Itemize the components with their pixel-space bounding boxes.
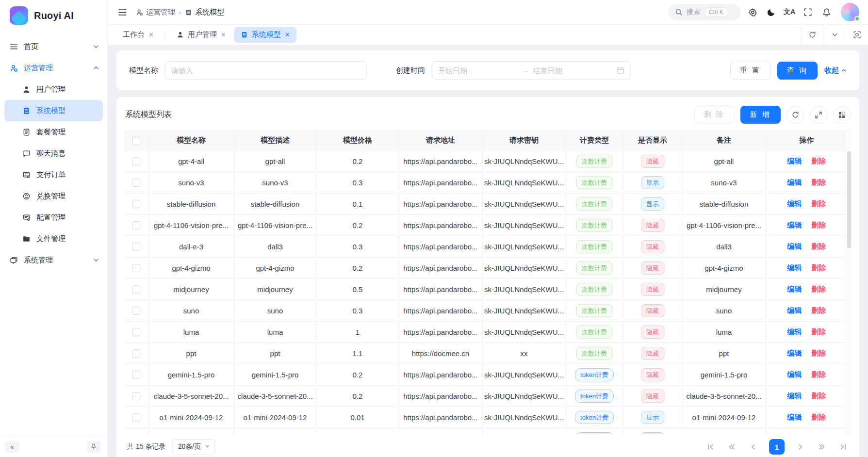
notification-bell-icon[interactable] — [819, 5, 833, 19]
date-range-picker[interactable]: → — [432, 61, 631, 80]
row-checkbox[interactable] — [132, 221, 140, 229]
pg-next5-button[interactable] — [817, 441, 827, 452]
delete-link[interactable]: 删除 — [811, 221, 826, 229]
delete-link[interactable]: 删除 — [811, 370, 826, 378]
tab-more-button[interactable] — [823, 25, 846, 45]
tab-用户管理[interactable]: 用户管理✕ — [170, 27, 232, 43]
delete-link[interactable]: 删除 — [811, 178, 826, 186]
tab-close-icon[interactable]: ✕ — [148, 31, 154, 38]
fullscreen-icon[interactable] — [801, 5, 815, 19]
row-checkbox[interactable] — [132, 328, 140, 336]
tab-refresh-button[interactable] — [801, 25, 823, 45]
sidebar-item-兑换管理[interactable]: 兑换管理 — [0, 185, 107, 207]
row-checkbox[interactable] — [132, 307, 140, 315]
query-button[interactable]: 查 询 — [777, 62, 818, 80]
delete-link[interactable]: 删除 — [811, 242, 826, 250]
table-fullscreen-button[interactable] — [810, 106, 827, 124]
collapse-filter-link[interactable]: 收起 — [824, 66, 847, 75]
row-checkbox[interactable] — [132, 200, 140, 208]
tab-系统模型[interactable]: 系统模型✕ — [234, 27, 296, 43]
sidebar-item-运营管理[interactable]: 运营管理 — [0, 57, 107, 79]
cell-request-url: https://api.pandarobo... — [399, 278, 482, 300]
row-checkbox[interactable] — [132, 349, 140, 358]
start-date-input[interactable] — [438, 66, 517, 75]
sidebar-item-系统管理[interactable]: 系统管理 — [0, 249, 107, 271]
pg-next-button[interactable] — [795, 441, 806, 452]
sidebar-collapse-button[interactable]: « — [5, 441, 19, 453]
reset-button[interactable]: 重 置 — [730, 62, 770, 80]
row-checkbox[interactable] — [132, 392, 140, 400]
select-all-checkbox[interactable] — [132, 137, 140, 145]
row-checkbox[interactable] — [132, 264, 140, 272]
table-scrollbar[interactable] — [846, 131, 852, 434]
row-checkbox[interactable] — [132, 157, 140, 165]
edit-link[interactable]: 编辑 — [787, 178, 802, 186]
row-checkbox[interactable] — [132, 179, 140, 187]
sidebar-item-聊天消息[interactable]: 聊天消息 — [0, 143, 107, 164]
row-checkbox[interactable] — [132, 371, 140, 379]
pg-last-button[interactable] — [838, 441, 849, 452]
delete-link[interactable]: 删除 — [811, 327, 826, 336]
model-name-input[interactable] — [165, 61, 367, 80]
add-button[interactable]: 新 增 — [740, 106, 781, 124]
delete-link[interactable]: 删除 — [811, 263, 826, 272]
delete-link[interactable]: 删除 — [811, 349, 826, 357]
cell-request-url: https://api.pandarobo... — [399, 385, 482, 407]
sidebar-item-支付订单[interactable]: 支付订单 — [0, 164, 107, 185]
row-checkbox[interactable] — [132, 243, 140, 251]
user-avatar[interactable] — [841, 3, 859, 21]
edit-link[interactable]: 编辑 — [787, 306, 802, 314]
translate-icon[interactable]: 文A — [783, 5, 796, 19]
end-date-input[interactable] — [533, 66, 612, 75]
sidebar-item-用户管理[interactable]: 用户管理 — [0, 79, 107, 100]
edit-link[interactable]: 编辑 — [787, 263, 802, 272]
current-page-button[interactable]: 1 — [769, 439, 785, 455]
delete-link[interactable]: 删除 — [811, 413, 826, 421]
delete-link[interactable]: 删除 — [811, 157, 826, 165]
sidebar-item-配置管理[interactable]: 配置管理 — [0, 207, 107, 228]
edit-link[interactable]: 编辑 — [787, 285, 802, 293]
row-checkbox[interactable] — [132, 413, 140, 422]
edit-link[interactable]: 编辑 — [787, 157, 802, 165]
edit-link[interactable]: 编辑 — [787, 242, 802, 250]
pg-first-button[interactable] — [705, 441, 716, 452]
global-search[interactable]: 搜索 Ctrl K — [668, 4, 741, 20]
settings-gear-icon[interactable] — [746, 5, 759, 19]
pg-prev5-button[interactable] — [726, 441, 737, 452]
edit-link[interactable]: 编辑 — [787, 370, 802, 378]
billing-type-badge: token计费 — [575, 432, 614, 435]
delete-link[interactable]: 删除 — [811, 199, 826, 208]
page-size-select[interactable]: 20条/页 — [172, 439, 215, 455]
menu-fold-icon[interactable] — [115, 5, 129, 19]
edit-link[interactable]: 编辑 — [787, 199, 802, 208]
content-fullscreen-button[interactable] — [846, 25, 868, 45]
visibility-badge: 隐藏 — [641, 261, 664, 275]
table-refresh-button[interactable] — [786, 106, 804, 124]
breadcrumb-item-系统模型[interactable]: 系统模型 — [185, 8, 224, 17]
sidebar-item-首页[interactable]: 首页 — [0, 36, 107, 57]
sidebar-pin-button[interactable] — [87, 441, 100, 453]
edit-link[interactable]: 编辑 — [787, 392, 802, 400]
scrollbar-thumb[interactable] — [847, 151, 851, 248]
pg-prev-button[interactable] — [748, 441, 758, 452]
delete-link[interactable]: 删除 — [811, 285, 826, 293]
edit-link[interactable]: 编辑 — [787, 327, 802, 336]
table-row: suno suno 0.3 https://api.pandarobo... s… — [124, 300, 847, 321]
tab-close-icon[interactable]: ✕ — [285, 31, 290, 38]
delete-link[interactable]: 删除 — [811, 392, 826, 400]
app-logo[interactable]: Ruoyi AI — [0, 0, 107, 31]
tab-工作台[interactable]: 工作台✕ — [116, 27, 160, 43]
edit-link[interactable]: 编辑 — [787, 349, 802, 357]
edit-link[interactable]: 编辑 — [787, 221, 802, 229]
row-checkbox[interactable] — [132, 285, 140, 294]
breadcrumb-item-运营管理[interactable]: 运营管理 — [136, 8, 175, 17]
dark-mode-moon-icon[interactable] — [764, 5, 778, 19]
sidebar-item-文件管理[interactable]: 文件管理 — [0, 228, 107, 249]
delete-link[interactable]: 删除 — [811, 306, 826, 314]
delete-button[interactable]: 删 除 — [694, 106, 735, 124]
edit-link[interactable]: 编辑 — [787, 413, 802, 421]
sidebar-item-套餐管理[interactable]: 套餐管理 — [0, 121, 107, 143]
tab-close-icon[interactable]: ✕ — [221, 31, 226, 38]
sidebar-item-系统模型[interactable]: 系统模型 — [4, 100, 103, 121]
column-settings-button[interactable] — [833, 106, 851, 124]
